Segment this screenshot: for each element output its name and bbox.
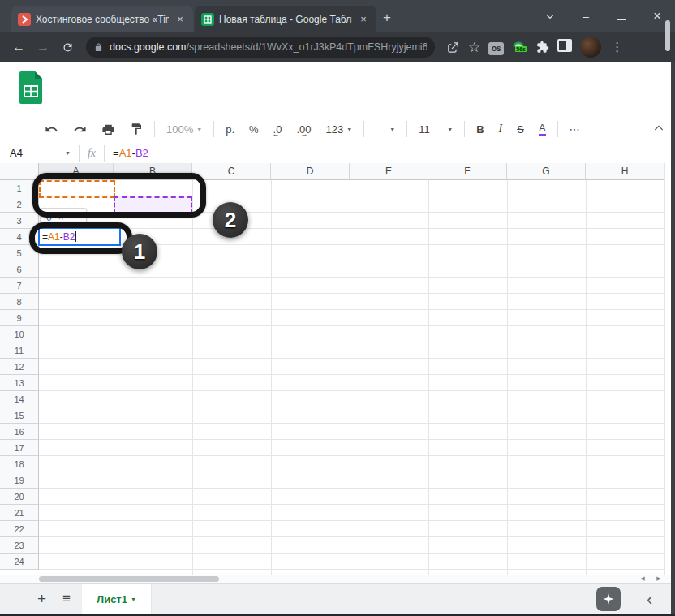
row-header[interactable]: 7 (0, 278, 39, 294)
column-header[interactable]: F (428, 163, 507, 180)
browser-profile-avatar[interactable] (580, 37, 601, 58)
row-header[interactable]: 18 (0, 456, 39, 472)
sparkle-icon (602, 592, 615, 605)
grid-line (586, 180, 587, 575)
row-header[interactable]: 22 (0, 521, 39, 537)
browser-tab-sheets[interactable]: Новая таблица - Google Таблиц × (195, 6, 376, 32)
reload-button[interactable] (55, 41, 80, 54)
minimize-button[interactable]: – (568, 10, 604, 23)
url-path: /spreadsheets/d/1WvXx_o1rJ3kP4dTpmFSHryj… (187, 41, 427, 53)
annotation-rect-step1 (29, 222, 132, 254)
add-sheet-button[interactable]: + (37, 590, 46, 608)
column-header[interactable]: C (192, 163, 271, 180)
row-header[interactable]: 13 (0, 375, 39, 391)
row-header[interactable]: 11 (0, 342, 39, 359)
row-header[interactable]: 6 (0, 261, 39, 278)
paint-format-button[interactable] (123, 119, 150, 139)
row-header[interactable]: 20 (0, 489, 39, 505)
timeweb-favicon (18, 13, 31, 26)
collapse-menus-icon[interactable] (652, 122, 665, 135)
extension-speed-icon[interactable]: 56s (512, 39, 528, 55)
browser-menu-icon[interactable]: ⋮ (611, 40, 623, 54)
tab-close-icon[interactable]: × (357, 13, 370, 26)
row-header[interactable]: 17 (0, 440, 39, 456)
maximize-button[interactable] (604, 10, 639, 23)
scroll-left-icon[interactable]: ◀ (638, 575, 647, 582)
sheets-favicon (201, 13, 214, 26)
text-color-button[interactable]: A (531, 119, 553, 139)
tab-search-icon[interactable] (532, 11, 568, 22)
all-sheets-icon[interactable]: ≡ (62, 591, 71, 607)
address-bar[interactable]: docs.google.com/spreadsheets/d/1WvXx_o1r… (86, 37, 435, 58)
row-header[interactable]: 14 (0, 391, 39, 407)
url-domain: docs.google.com (110, 41, 187, 53)
grid-line (192, 180, 193, 575)
row-header[interactable]: 19 (0, 472, 39, 489)
sheets-header: Новая таблица ☆ ФайлПравкаВидВставкаФорм… (0, 62, 675, 116)
strikethrough-button[interactable]: S (509, 119, 531, 139)
fx-icon: fx (88, 147, 96, 160)
tab-close-icon[interactable]: × (174, 13, 187, 26)
column-header[interactable]: H (586, 163, 664, 180)
more-formats-button[interactable]: 123▼ (319, 119, 360, 139)
print-button[interactable] (94, 119, 123, 139)
font-family-select[interactable]: ▼ (368, 119, 402, 139)
back-button[interactable]: ← (6, 40, 31, 54)
new-tab-button[interactable]: + (383, 10, 391, 26)
row-header[interactable]: 24 (0, 554, 39, 570)
column-header[interactable]: G (507, 163, 586, 180)
formula-input[interactable]: =A1-B2 (113, 147, 148, 159)
desktop-edge (671, 62, 675, 616)
bookmark-star-icon[interactable]: ☆ (468, 39, 480, 56)
vertical-scroll-thumb[interactable] (665, 20, 670, 51)
increase-decimals-button[interactable]: .00 → (289, 119, 318, 139)
row-header[interactable]: 23 (0, 537, 39, 554)
side-panel-icon[interactable] (557, 39, 572, 55)
row-header[interactable]: 15 (0, 407, 39, 424)
sheet-menu-icon[interactable]: ▼ (131, 597, 136, 602)
lock-icon (94, 42, 103, 53)
row-header[interactable]: 10 (0, 326, 39, 342)
name-box-dropdown-icon[interactable]: ▼ (65, 150, 71, 156)
sheets-logo[interactable] (18, 70, 44, 106)
explore-button[interactable] (596, 587, 621, 611)
zoom-select[interactable]: 100%▼ (159, 119, 209, 139)
decrease-decimals-button[interactable]: .0 ← (266, 119, 290, 139)
percent-format-button[interactable]: % (242, 119, 266, 139)
row-header[interactable]: 8 (0, 294, 39, 310)
browser-navbar: ← → docs.google.com/spreadsheets/d/1WvXx… (0, 32, 675, 62)
extension-os-icon[interactable]: os (488, 40, 504, 55)
font-size-select[interactable]: 11▼ (411, 119, 460, 139)
extensions-puzzle-icon[interactable] (536, 41, 549, 54)
grid-line (271, 180, 272, 575)
scroll-right-icon[interactable]: ▶ (654, 575, 664, 582)
browser-titlebar: Хостинговое сообщество «Time × Новая таб… (0, 0, 675, 32)
column-header[interactable]: E (350, 163, 428, 180)
tab-title: Хостинговое сообщество «Time (36, 14, 169, 25)
row-header[interactable]: 9 (0, 310, 39, 326)
annotation-badge-1: 1 (122, 234, 157, 269)
forward-button[interactable]: → (31, 40, 55, 54)
row-header[interactable]: 12 (0, 359, 39, 375)
select-all-corner[interactable] (0, 163, 39, 180)
undo-button[interactable] (37, 119, 66, 139)
bold-button[interactable]: B (469, 119, 491, 139)
sheets-toolbar: 100%▼ р. % .0 ← .00 → 123▼ ▼ 11▼ B I S A (0, 115, 675, 143)
column-header[interactable]: D (271, 163, 350, 180)
more-toolbar-button[interactable]: ⋯ (562, 119, 588, 139)
window-controls: – × (532, 0, 675, 32)
sheet-tab-active[interactable]: Лист1 ▼ (82, 584, 152, 614)
sheet-tabs-bar: + ≡ Лист1 ▼ (0, 583, 671, 614)
annotation-rect-step2 (32, 173, 206, 218)
row-header[interactable]: 21 (0, 505, 39, 521)
currency-format-button[interactable]: р. (218, 119, 242, 139)
share-page-icon[interactable] (446, 41, 460, 54)
vertical-scrollbar[interactable] (664, 163, 671, 575)
italic-button[interactable]: I (492, 119, 510, 139)
row-header[interactable]: 16 (0, 424, 39, 440)
horizontal-scroll-thumb[interactable] (39, 576, 219, 582)
redo-button[interactable] (66, 119, 94, 139)
browser-tab-hosting[interactable]: Хостинговое сообщество «Time × (11, 6, 193, 32)
collapse-panel-icon[interactable]: ‹ (647, 589, 652, 610)
name-box[interactable]: A4 (10, 147, 62, 159)
